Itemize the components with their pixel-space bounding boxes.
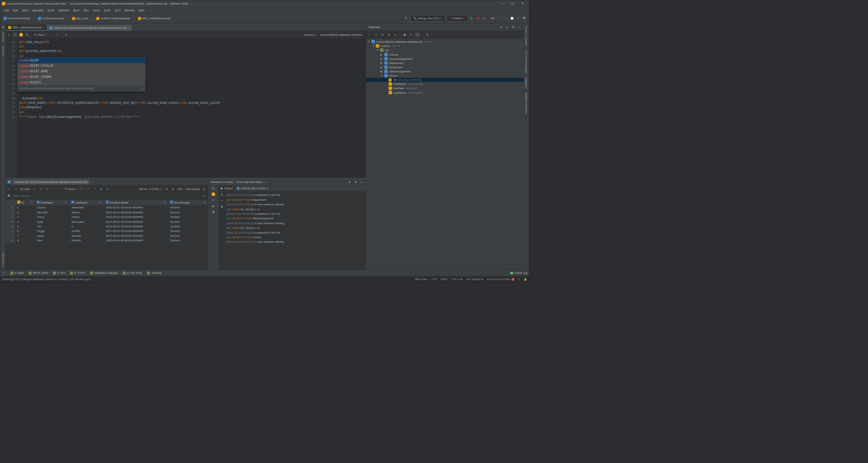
status-errors[interactable]: 41 errors in 15 files bbox=[487, 278, 514, 281]
database-tool[interactable]: Database bbox=[525, 77, 528, 89]
menu-code[interactable]: Code bbox=[46, 8, 56, 12]
grid-col-id[interactable]: ID◆ bbox=[15, 200, 35, 205]
table-row[interactable]: 22MeredithAlonso2012-09-01 00:00:00.0000… bbox=[6, 210, 208, 214]
db-sync-icon[interactable]: ⇅ bbox=[387, 33, 391, 37]
cancel-icon[interactable]: ■ bbox=[64, 33, 68, 37]
tab-close-icon[interactable]: × bbox=[42, 26, 44, 29]
console-wrench-icon[interactable]: 🔧 bbox=[211, 186, 215, 190]
console-files-icon[interactable]: 🗎 bbox=[211, 198, 215, 202]
db-edit-icon[interactable]: ✎ bbox=[410, 33, 413, 37]
grid-revert-icon[interactable]: ↷ bbox=[93, 187, 97, 191]
tree-node[interactable]: ▶ CourseAssignment bbox=[366, 57, 524, 61]
menu-navigate[interactable]: Navigate bbox=[30, 8, 46, 12]
grid-tx-dropdown[interactable]: Tx: Auto ▼ bbox=[64, 187, 77, 190]
coverage-tool[interactable]: Unit Tests Coverage bbox=[525, 49, 528, 74]
db-refresh-icon[interactable]: ⟳ bbox=[380, 33, 384, 37]
console-out-wrap-icon[interactable]: ↩ bbox=[220, 199, 224, 202]
menu-file[interactable]: File bbox=[2, 8, 11, 12]
run-config-dropdown[interactable]: 🔧 Debug | Any CPU ▼ bbox=[411, 16, 445, 21]
vcs-commit-icon[interactable]: ✓ bbox=[503, 16, 507, 21]
db-hide-icon[interactable]: — bbox=[517, 25, 521, 29]
completion-item[interactable]: CONSTRAINT_SCHEMA bbox=[18, 74, 145, 80]
prev-page-icon[interactable]: ◀ bbox=[14, 187, 18, 191]
db-filter-icon[interactable]: ▼ bbox=[426, 33, 429, 37]
vcs-update-icon[interactable]: ✓ bbox=[497, 16, 501, 21]
delete-row-icon[interactable]: − bbox=[58, 187, 62, 191]
menu-window[interactable]: Window bbox=[122, 8, 136, 12]
table-row[interactable]: 33ArturoAnand2013-09-01 00:00:00.0000000… bbox=[6, 215, 208, 219]
table-row[interactable]: 66PeggyJustice2011-09-01 00:00:00.000000… bbox=[6, 229, 208, 233]
crumb-1[interactable]: ContosoUniversity bbox=[37, 16, 66, 21]
commit-icon[interactable]: ✓ bbox=[49, 33, 53, 37]
crumb-0[interactable]: ContosoUniversity bbox=[2, 16, 31, 21]
grid-cancel-icon[interactable]: ■ bbox=[99, 187, 103, 191]
reload-icon[interactable]: ⟳ bbox=[45, 187, 49, 191]
console-out-down-icon[interactable]: ⬇ bbox=[220, 193, 224, 197]
grid-col-EnrollmentDate[interactable]: EnrollmentDate◆ bbox=[104, 200, 168, 205]
database-tree[interactable]: ▼ contoso@rider.database.windows.net 1 o… bbox=[366, 38, 524, 270]
execute-icon[interactable]: ▶ bbox=[7, 33, 11, 37]
last-page-icon[interactable]: ⏭ bbox=[39, 187, 43, 191]
hammer-icon[interactable]: 🔨 bbox=[404, 16, 408, 21]
table-row[interactable]: 88NinoOlivetto2005-09-01 00:00:00.000000… bbox=[6, 238, 208, 243]
tree-node[interactable]: ID int (auto increment) bbox=[366, 78, 524, 82]
crumb-4[interactable]: 0001_InitialSchema.sql bbox=[137, 16, 172, 21]
export-icon[interactable]: ⬇ bbox=[164, 187, 168, 191]
grid-tab-close[interactable]: × bbox=[91, 180, 93, 184]
table-row[interactable]: 44GytisBarzdukas2012-09-01 00:00:00.0000… bbox=[6, 219, 208, 224]
filter-input[interactable] bbox=[12, 194, 202, 198]
view-query-button[interactable]: View Query bbox=[186, 187, 200, 190]
console-trash-icon[interactable]: 🗑 bbox=[211, 210, 215, 214]
next-page-icon[interactable]: ▶ bbox=[32, 187, 36, 191]
db-table-icon[interactable]: ▦ bbox=[403, 33, 407, 37]
menu-run[interactable]: Run bbox=[82, 8, 91, 12]
tree-node[interactable]: ▶ Enrollment bbox=[366, 65, 524, 69]
first-page-icon[interactable]: ⏮ bbox=[7, 187, 11, 191]
tree-node[interactable]: HireDate datetime2 bbox=[366, 86, 524, 90]
db-console-icon[interactable]: QL bbox=[416, 33, 420, 37]
grid-col-FirstName[interactable]: FirstName◆ bbox=[35, 200, 69, 205]
vcs-history-icon[interactable]: 🕐 bbox=[510, 16, 514, 21]
db-settings-icon[interactable]: ⚙ bbox=[511, 25, 515, 29]
tree-node[interactable]: ▶ Course bbox=[366, 52, 524, 56]
status-eol[interactable]: CRLF bbox=[441, 278, 448, 281]
bottom-tool-1[interactable]: REST Client bbox=[29, 271, 48, 275]
minimize-button[interactable]: — bbox=[498, 2, 507, 5]
vcs-revert-icon[interactable]: ↶ bbox=[516, 16, 520, 21]
console-stack-icon[interactable]: ☰ bbox=[211, 204, 215, 208]
menu-tools[interactable]: Tools bbox=[102, 8, 113, 12]
grid-format-dropdown[interactable]: Tab-se...d (TSV) ▼ bbox=[139, 187, 162, 190]
console-output[interactable]: [2018-10-15 18:53:43] completed in 266 m… bbox=[225, 192, 366, 270]
close-button[interactable]: ✕ bbox=[518, 2, 527, 5]
bottom-tool-3[interactable]: 6: TODO bbox=[70, 271, 85, 275]
tree-node[interactable]: FirstName nvarchar(50) bbox=[366, 82, 524, 86]
crumb-3[interactable]: runAfterCreateDatabase bbox=[95, 16, 131, 21]
explain-plan-icon[interactable]: ⊞ bbox=[13, 33, 17, 37]
tree-node[interactable]: ▼ contoso@rider.database.windows.net 1 o… bbox=[366, 40, 524, 44]
menu-tests[interactable]: Tests bbox=[91, 8, 102, 12]
rollback-icon[interactable]: ↶ bbox=[55, 33, 59, 37]
table-row[interactable]: 11CarsonAlexander2010-09-01 00:00:00.000… bbox=[6, 205, 208, 210]
console-settings-icon[interactable]: ⚙ bbox=[354, 180, 358, 184]
ddl-button[interactable]: DDL bbox=[177, 187, 183, 190]
tree-node[interactable]: ▶ OfficeAssignment bbox=[366, 69, 524, 73]
tree-node[interactable]: LastName nvarchar(50) bbox=[366, 91, 524, 95]
grid-tab-label[interactable]: contoso.dbo.person [contoso@rider.databa… bbox=[12, 179, 89, 184]
completion-item[interactable]: CONSTRAINTS bbox=[18, 80, 145, 85]
tab-close-icon[interactable]: × bbox=[128, 26, 130, 29]
db-add-icon[interactable]: + bbox=[368, 33, 372, 37]
status-encoding[interactable]: UTF-8 ≑ bbox=[452, 278, 463, 281]
bottom-tool-2[interactable]: 4: Run bbox=[53, 271, 65, 275]
grid-col-LastName[interactable]: LastName◆ bbox=[69, 200, 104, 205]
tx-mode-dropdown[interactable]: Tx: Auto ▼ bbox=[34, 33, 47, 36]
structure-tool[interactable]: Structure bbox=[1, 45, 5, 57]
menu-refactor[interactable]: Refactor bbox=[56, 8, 71, 12]
toolwindow-icon[interactable]: ▢ bbox=[2, 271, 6, 275]
tree-node[interactable]: ▼ Person bbox=[366, 73, 524, 78]
console-expand-icon[interactable]: ⊕ bbox=[348, 180, 352, 184]
completion-item[interactable]: CONSTRAINT_CATALOG bbox=[18, 63, 145, 69]
data-grid[interactable]: ID◆FirstName◆LastName◆EnrollmentDate◆Dis… bbox=[6, 200, 208, 270]
event-log-button[interactable]: Event Log bbox=[515, 271, 527, 275]
table-row[interactable]: 55YanLi2012-09-01 00:00:00.0000000Studen… bbox=[6, 224, 208, 228]
table-row[interactable]: 77LauraNorman2013-09-01 00:00:00.0000000… bbox=[6, 233, 208, 238]
